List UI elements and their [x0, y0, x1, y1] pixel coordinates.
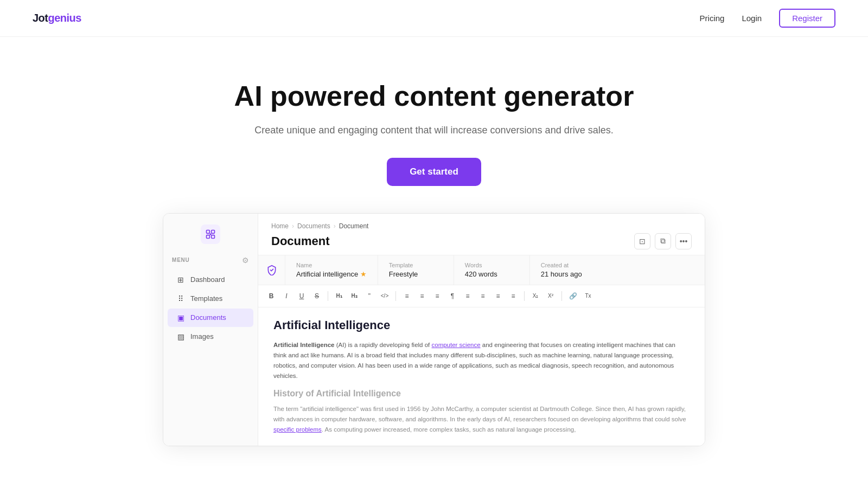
- breadcrumb-home[interactable]: Home: [271, 222, 289, 230]
- doc-actions: ⊡ ⧉ •••: [634, 233, 692, 249]
- get-started-button[interactable]: Get started: [387, 158, 481, 186]
- documents-icon: ▣: [176, 313, 185, 322]
- toolbar-separator-4: [561, 291, 562, 301]
- doc-meta-fields: Name Artificial intelligence ★ Template …: [285, 255, 705, 285]
- meta-template-label: Template: [389, 262, 443, 268]
- specific-problems-link[interactable]: specific problems: [273, 426, 322, 433]
- toolbar-separator-2: [395, 291, 396, 301]
- settings-icon[interactable]: ⚙: [242, 256, 249, 265]
- toolbar-list-1[interactable]: ≡: [400, 290, 413, 303]
- toolbar-align-right[interactable]: ≡: [492, 290, 505, 303]
- toolbar-para[interactable]: ¶: [446, 290, 459, 303]
- register-button[interactable]: Register: [779, 9, 835, 28]
- editor-body: Artificial Intelligence Artificial Intel…: [258, 307, 705, 446]
- menu-label-text: MENU: [172, 257, 190, 263]
- meta-template-value: Freestyle: [389, 270, 443, 278]
- meta-words-label: Words: [465, 262, 519, 268]
- breadcrumb: Home › Documents › Document: [271, 222, 692, 230]
- images-label: Images: [190, 332, 214, 341]
- toolbar-h2[interactable]: H₂: [348, 290, 361, 303]
- toolbar-subscript[interactable]: X₂: [529, 290, 542, 303]
- breadcrumb-documents[interactable]: Documents: [297, 222, 330, 230]
- dashboard-label: Dashboard: [190, 275, 225, 284]
- doc-action-save[interactable]: ⊡: [634, 233, 650, 249]
- nav-links: Pricing Login Register: [700, 9, 835, 28]
- toolbar-list-2[interactable]: ≡: [416, 290, 429, 303]
- hero-section: AI powered content generator Create uniq…: [0, 37, 868, 213]
- toolbar-h1[interactable]: H₁: [333, 290, 346, 303]
- sidebar-item-dashboard[interactable]: ⊞ Dashboard: [168, 271, 253, 289]
- p1-text-before-link: (AI) is a rapidly developing field of: [336, 342, 432, 348]
- templates-icon: ⠿: [176, 294, 185, 303]
- toolbar-bold[interactable]: B: [265, 290, 278, 303]
- computer-science-link[interactable]: computer science: [431, 342, 480, 348]
- meta-words-value: 420 words: [465, 270, 519, 278]
- doc-action-more[interactable]: •••: [675, 233, 692, 249]
- toolbar-link[interactable]: 🔗: [566, 290, 579, 303]
- toolbar-align-justify[interactable]: ≡: [507, 290, 520, 303]
- doc-meta: Name Artificial intelligence ★ Template …: [258, 255, 705, 285]
- toolbar-align-center[interactable]: ≡: [476, 290, 489, 303]
- toolbar-quote[interactable]: ": [363, 290, 376, 303]
- hero-heading: AI powered content generator: [11, 80, 857, 113]
- meta-name-label: Name: [296, 262, 367, 268]
- meta-template: Template Freestyle: [378, 255, 454, 285]
- editor-toolbar: B I U S H₁ H₂ " </> ≡ ≡ ≡ ¶ ≡ ≡ ≡ ≡ X₂: [258, 285, 705, 307]
- toolbar-superscript[interactable]: X²: [544, 290, 557, 303]
- editor-paragraph-1: Artificial Intelligence (AI) is a rapidl…: [273, 340, 690, 381]
- ai-bold: Artificial Intelligence: [273, 342, 334, 348]
- logo: Jotgenius: [33, 12, 81, 24]
- doc-title: Document: [271, 234, 330, 248]
- editor-h2: History of Artificial Intelligence: [273, 389, 690, 399]
- toolbar-underline[interactable]: U: [295, 290, 308, 303]
- breadcrumb-sep-1: ›: [292, 222, 294, 230]
- breadcrumb-current: Document: [339, 222, 369, 230]
- toolbar-code[interactable]: </>: [378, 290, 391, 303]
- name-star: ★: [360, 270, 367, 278]
- svg-rect-2: [207, 235, 210, 238]
- toolbar-list-3[interactable]: ≡: [431, 290, 444, 303]
- doc-title-row: Document ⊡ ⧉ •••: [271, 233, 692, 249]
- meta-created-label: Created at: [541, 262, 595, 268]
- editor-h1: Artificial Intelligence: [273, 318, 690, 332]
- login-link[interactable]: Login: [742, 14, 762, 23]
- sidebar-logo-icon: [201, 224, 220, 244]
- toolbar-separator-1: [328, 291, 328, 301]
- sidebar-item-templates[interactable]: ⠿ Templates: [168, 290, 253, 308]
- sidebar-item-documents[interactable]: ▣ Documents: [168, 309, 253, 327]
- meta-created-value: 21 hours ago: [541, 270, 595, 278]
- templates-label: Templates: [190, 294, 222, 303]
- breadcrumb-sep-2: ›: [334, 222, 336, 230]
- toolbar-separator-3: [524, 291, 525, 301]
- toolbar-strikethrough[interactable]: S: [310, 290, 323, 303]
- svg-rect-3: [212, 235, 215, 238]
- navbar: Jotgenius Pricing Login Register: [0, 0, 868, 37]
- toolbar-italic[interactable]: I: [280, 290, 293, 303]
- main-header: Home › Documents › Document Document ⊡ ⧉…: [258, 214, 705, 255]
- svg-point-4: [209, 233, 211, 235]
- pricing-link[interactable]: Pricing: [700, 14, 725, 23]
- meta-name-value: Artificial intelligence ★: [296, 270, 367, 278]
- dashboard-icon: ⊞: [176, 275, 185, 284]
- app-preview-wrapper: MENU ⚙ ⊞ Dashboard ⠿ Templates ▣ Documen…: [0, 213, 868, 446]
- doc-action-copy[interactable]: ⧉: [655, 233, 671, 249]
- doc-meta-icon: [258, 255, 285, 285]
- editor-paragraph-2: The term "artificial intelligence" was f…: [273, 404, 690, 435]
- meta-created: Created at 21 hours ago: [530, 255, 606, 285]
- toolbar-clear[interactable]: Tx: [582, 290, 595, 303]
- svg-rect-1: [212, 230, 215, 233]
- documents-label: Documents: [190, 313, 226, 322]
- toolbar-align-left[interactable]: ≡: [461, 290, 474, 303]
- sidebar-item-images[interactable]: ▨ Images: [168, 328, 253, 346]
- main-content: Home › Documents › Document Document ⊡ ⧉…: [258, 214, 705, 446]
- meta-words: Words 420 words: [454, 255, 530, 285]
- sidebar-logo: [163, 224, 258, 256]
- app-window: MENU ⚙ ⊞ Dashboard ⠿ Templates ▣ Documen…: [163, 213, 705, 446]
- images-icon: ▨: [176, 332, 185, 341]
- sidebar: MENU ⚙ ⊞ Dashboard ⠿ Templates ▣ Documen…: [163, 214, 258, 446]
- meta-name: Name Artificial intelligence ★: [285, 255, 378, 285]
- hero-subheading: Create unique and engaging content that …: [11, 125, 857, 136]
- svg-rect-0: [207, 230, 210, 233]
- sidebar-menu-label: MENU ⚙: [163, 256, 258, 270]
